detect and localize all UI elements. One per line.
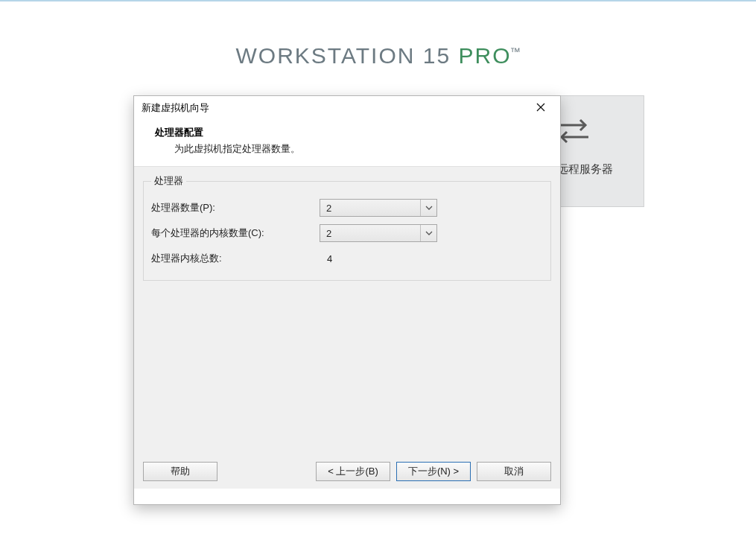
next-button[interactable]: 下一步(N) > (396, 462, 471, 481)
new-vm-wizard-dialog: 新建虚拟机向导 处理器配置 为此虚拟机指定处理器数量。 处理器 处理器数量(P)… (133, 95, 561, 505)
value-total-cores: 4 (320, 253, 332, 264)
brand-pre: WORKSTATION 15 (236, 43, 459, 68)
dialog-header: 处理器配置 为此虚拟机指定处理器数量。 (134, 120, 560, 166)
row-total-cores: 处理器内核总数: 4 (151, 246, 543, 271)
swap-arrows-icon (556, 151, 591, 162)
select-cores-per-processor-value: 2 (320, 228, 420, 239)
dialog-titlebar: 新建虚拟机向导 (134, 96, 560, 120)
row-processor-count: 处理器数量(P): 2 (151, 195, 543, 220)
brand-tm-icon: ™ (509, 45, 520, 57)
select-processor-count[interactable]: 2 (320, 199, 437, 217)
close-button[interactable] (529, 96, 553, 120)
brand-accent: PRO (458, 43, 511, 68)
close-icon (536, 103, 545, 114)
label-cores-per-processor: 每个处理器的内核数量(C): (151, 226, 320, 240)
dialog-body: 处理器 处理器数量(P): 2 每个处理器的内核数量(C): 2 (134, 166, 560, 454)
help-button[interactable]: 帮助 (143, 462, 217, 481)
processors-group-label: 处理器 (151, 174, 186, 188)
dialog-title: 新建虚拟机向导 (142, 101, 209, 115)
brand-title: WORKSTATION 15 PRO™ (0, 43, 756, 69)
select-processor-count-value: 2 (320, 203, 420, 214)
chevron-down-icon (420, 200, 436, 216)
dialog-heading: 处理器配置 (155, 126, 545, 139)
row-cores-per-processor: 每个处理器的内核数量(C): 2 (151, 220, 543, 246)
label-total-cores: 处理器内核总数: (151, 252, 320, 265)
cancel-button[interactable]: 取消 (477, 462, 551, 481)
dialog-footer: 帮助 < 上一步(B) 下一步(N) > 取消 (134, 454, 560, 489)
processors-group: 处理器 处理器数量(P): 2 每个处理器的内核数量(C): 2 (143, 174, 551, 281)
select-cores-per-processor[interactable]: 2 (320, 224, 437, 242)
label-processor-count: 处理器数量(P): (151, 201, 320, 215)
back-button[interactable]: < 上一步(B) (316, 462, 390, 481)
chevron-down-icon (420, 225, 436, 241)
dialog-subheading: 为此虚拟机指定处理器数量。 (155, 139, 545, 156)
